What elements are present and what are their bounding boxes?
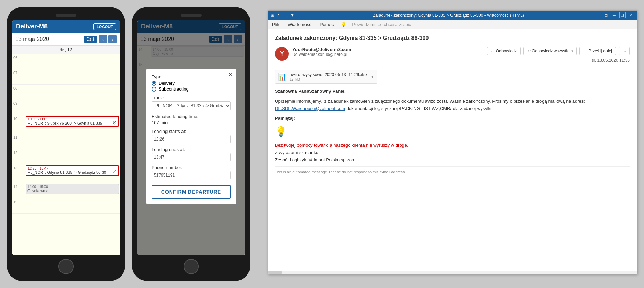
modal-overlay: × Type: Delivery Subcontracting (137, 20, 245, 255)
time-label-13: 13 (12, 164, 24, 183)
email-link[interactable]: DL.SDL.Warehouse@valmont.com (275, 106, 345, 111)
modal-phone-field: Phone number: (152, 165, 231, 179)
time-content-06 (24, 54, 120, 69)
time-content-11 (24, 134, 120, 149)
email-body: Szanowna Pani/Szanowny Panie, Uprzejmie … (275, 88, 630, 176)
phone-1: Deliver-M8 LOGOUT 13 maja 2020 Dziś ‹ › … (7, 7, 125, 281)
radio-subcontracting[interactable]: Subcontracting (152, 86, 231, 92)
scrollbar-thumb[interactable] (268, 271, 282, 274)
prev-arrow-1[interactable]: ‹ (99, 35, 107, 43)
app-header-1: Deliver-M8 LOGOUT (12, 20, 120, 33)
forward-button[interactable]: → Prześlij dalej (579, 47, 616, 55)
time-label-14: 14 (12, 183, 24, 198)
phone-home-btn-1[interactable] (58, 259, 74, 274)
modal-close-btn[interactable]: × (229, 71, 232, 78)
day-header-1: śr., 13 (12, 46, 120, 54)
confirm-departure-button[interactable]: CONFIRM DEPARTURE (152, 185, 231, 199)
email-meta-row: Y YourRoute@deliverm8.com Do waldemar.ko… (275, 47, 630, 63)
phone-speaker-2 (181, 14, 202, 17)
window-expand-btn[interactable]: ⊡ (603, 12, 609, 18)
time-content-13[interactable]: 12:26 - 13:47 PL_NORT: Gdynia 81-335 -> … (24, 164, 120, 183)
time-label-06: 06 (12, 54, 24, 69)
modal-ends-input[interactable] (152, 153, 231, 161)
phone-2-screen: Deliver-M8 LOGOUT 13 maja 2020 Dziś ‹ › … (137, 20, 245, 255)
email-menu-toolbar: Plik Wiadomość Pomoc 💡 Powiedz mi, co ch… (268, 20, 637, 29)
excel-icon: 📊 (278, 73, 287, 81)
delivery-label: Delivery (158, 81, 175, 86)
modal-starts-label: Loading starts at: (152, 129, 231, 134)
titlebar-icon-more[interactable]: ▼ (290, 13, 294, 18)
time-row-12: 12 (12, 149, 120, 164)
window-restore-btn[interactable]: ❐ (619, 12, 626, 18)
reply-button[interactable]: ← Odpowiedz (487, 47, 521, 55)
time-content-14[interactable]: 14:00 - 15:00 Ocynkownia (24, 183, 120, 198)
email-subject: Załadunek zakończony: Gdynia 81-335 > Gr… (275, 35, 630, 41)
modal-truck-select[interactable]: PL_NORT: Gdynia 81-335 -> Grudziądz 86- (152, 101, 231, 110)
event-check-2: ✓ (113, 169, 117, 175)
email-greeting: Szanowna Pani/Szanowny Panie, (275, 88, 630, 95)
avatar-initial: Y (280, 51, 284, 57)
app-title-1: Deliver-M8 (16, 23, 48, 30)
time-label-07: 07 (12, 69, 24, 84)
time-label-08: 08 (12, 85, 24, 100)
reply-all-button[interactable]: ↩ Odpowiedz wszystkim (523, 47, 577, 55)
search-icon: 💡 (341, 22, 347, 27)
email-horizontal-scrollbar[interactable] (268, 271, 637, 274)
email-footer: This is an automated message. Please do … (275, 166, 630, 176)
event-card-1[interactable]: 10:00 - 11:05 PL_NORT: Słupsk 76-200 -> … (26, 116, 119, 127)
time-row-08: 08 (12, 85, 120, 100)
search-hint[interactable]: Powiedz mi, co chcesz zrobić (352, 22, 411, 27)
time-row-14: 14 14:00 - 15:00 Ocynkownia (12, 183, 120, 198)
attachment-dropdown-icon[interactable]: ▼ (370, 74, 374, 79)
window-minimize-btn[interactable]: ─ (611, 12, 617, 18)
menu-item-pomoc[interactable]: Pomoc (318, 21, 335, 28)
email-paragraph-1-cont: dokumentacji logistycznej /PACKING LIST,… (347, 106, 493, 111)
menu-item-plik[interactable]: Plik (271, 21, 281, 28)
modal-estimated-value: 107 min (152, 120, 231, 125)
time-content-12 (24, 149, 120, 164)
modal-truck-field: Truck: PL_NORT: Gdynia 81-335 -> Grudzią… (152, 95, 231, 110)
event-title-1: PL_NORT: Słupsk 76-200 -> Gdynia 81-335 (28, 121, 117, 125)
today-button-1[interactable]: Dziś (84, 36, 97, 43)
attachment-row[interactable]: 📊 awizo_wysylkowe_2020-05-13_11-29.xlsx … (275, 70, 377, 84)
titlebar-icon-undo[interactable]: ↺ (276, 13, 280, 18)
event-card-3[interactable]: 14:00 - 15:00 Ocynkownia (26, 184, 119, 194)
email-window: ⊞ ↺ ↑ ↓ ▼ Załadunek zakończony: Gdynia 8… (268, 10, 637, 274)
time-label-09: 09 (12, 100, 24, 115)
radio-delivery[interactable]: Delivery (152, 81, 231, 86)
event-card-2[interactable]: 12:26 - 13:47 PL_NORT: Gdynia 81-335 -> … (26, 165, 119, 176)
time-row-06: 06 (12, 54, 120, 69)
modal-ends-field: Loading ends at: (152, 147, 231, 161)
bulb-icon: 💡 (275, 124, 630, 140)
modal-phone-label: Phone number: (152, 165, 231, 170)
time-row-07: 07 (12, 69, 120, 85)
modal-box: × Type: Delivery Subcontracting (146, 69, 236, 204)
phone-1-screen: Deliver-M8 LOGOUT 13 maja 2020 Dziś ‹ › … (12, 20, 120, 255)
recipient-line: Do waldemar.korlub@inero.pl (292, 52, 483, 57)
time-content-09 (24, 100, 120, 115)
time-row-09: 09 (12, 100, 120, 115)
time-label-15: 15 (12, 198, 24, 213)
titlebar-icon-up[interactable]: ↑ (282, 13, 284, 18)
delivery-radio[interactable] (152, 81, 156, 86)
next-arrow-1[interactable]: › (108, 35, 117, 43)
time-label-11: 11 (12, 134, 24, 149)
modal-starts-input[interactable] (152, 135, 231, 143)
time-label-10: 10 (12, 115, 24, 134)
titlebar-window-controls: ⊡ ─ ❐ ✕ (603, 12, 634, 18)
modal-truck-label: Truck: (152, 95, 231, 100)
titlebar-icon-restore[interactable]: ⊞ (271, 13, 274, 18)
more-actions-button[interactable]: ··· (619, 47, 630, 55)
titlebar-icon-down[interactable]: ↓ (286, 13, 288, 18)
date-nav-1: 13 maja 2020 Dziś ‹ › (12, 33, 120, 46)
phone-home-btn-2[interactable] (184, 259, 199, 274)
subcontracting-radio[interactable] (152, 87, 156, 92)
phone-2: Deliver-M8 LOGOUT 13 maja 2020 Dziś ‹ › … (132, 7, 250, 281)
window-close-btn[interactable]: ✕ (628, 12, 634, 18)
menu-item-wiadomosc[interactable]: Wiadomość (286, 21, 313, 28)
time-content-10[interactable]: 10:00 - 11:05 PL_NORT: Słupsk 76-200 -> … (24, 115, 120, 134)
logout-button-1[interactable]: LOGOUT (93, 23, 116, 30)
modal-phone-input[interactable] (152, 171, 231, 179)
event-time-3: 14:00 - 15:00 (27, 185, 117, 189)
time-row-11: 11 (12, 134, 120, 149)
